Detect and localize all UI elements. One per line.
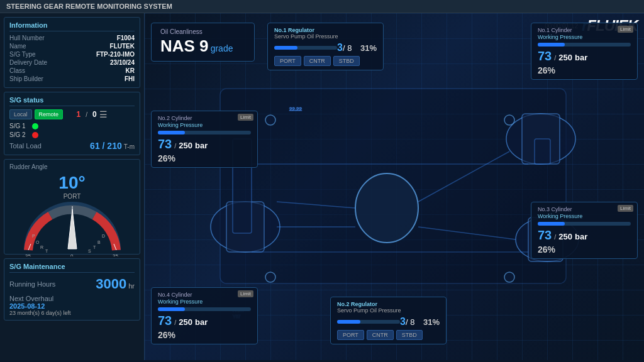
info-title: Information xyxy=(9,21,135,31)
cyl2-title: No.2 Cylinder xyxy=(158,115,251,121)
reg1-port-btn[interactable]: PORT xyxy=(274,56,301,66)
top-bar: STEERING GEAR REMOTE MONITORING SYSTEM xyxy=(0,0,644,13)
rudder-title: Rudder Angle xyxy=(9,163,135,170)
svg-marker-3 xyxy=(68,209,77,249)
svg-text:D: D xyxy=(102,234,105,238)
cyl2-progress-fill xyxy=(158,131,185,134)
sg2-row: S/G 2 xyxy=(9,131,135,138)
svg-point-32 xyxy=(265,115,275,125)
cyl1-progress-bar xyxy=(538,43,631,47)
oil-cleanliness-card: Oil Cleanliness NAS 9 grade xyxy=(151,23,255,62)
sg-mode-row: Local Remote 1 / 0 ☰ xyxy=(9,109,135,119)
hull-label: Hull Number xyxy=(9,35,45,41)
oil-cleanliness-title: Oil Cleanliness xyxy=(160,28,245,35)
app-title: STEERING GEAR REMOTE MONITORING SYSTEM xyxy=(6,3,172,10)
sg2-status-dot xyxy=(32,132,38,138)
mode-remote-btn[interactable]: Remote xyxy=(35,109,64,119)
regulator1-card: No.1 Regulator Servo Pump Oil Pressure 3… xyxy=(267,23,384,70)
svg-point-35 xyxy=(504,272,514,282)
reg2-port-btn[interactable]: PORT xyxy=(337,330,364,340)
cyl2-limit-badge: Limit xyxy=(238,114,253,121)
reg2-progress-bar xyxy=(337,320,400,324)
name-label: Name xyxy=(9,43,26,50)
cyl1-progress-fill xyxy=(538,43,565,47)
cyl4-progress-bar xyxy=(158,307,251,311)
count-inactive: 0 xyxy=(92,110,97,119)
delivery-label: Delivery Date xyxy=(9,59,47,66)
sg2-label: S/G 2 xyxy=(9,131,28,138)
cyl4-limit-badge: Limit xyxy=(238,290,253,297)
reg1-value-row: 3 / 8 31% xyxy=(274,42,377,53)
class-label: Class xyxy=(9,67,25,74)
info-shipbuilder: Ship Builder FHI xyxy=(9,75,135,82)
regulator2-card: No.2 Regulator Servo Pump Oil Pressure 3… xyxy=(330,297,447,344)
reg1-percent: 31% xyxy=(360,43,377,53)
mode-local-btn[interactable]: Local xyxy=(9,109,32,119)
cyl2-unit: bar xyxy=(195,141,208,150)
reg2-percent: 31% xyxy=(423,317,440,327)
blueprint-background: 22.22 PATH Y67 00:00:01:12 rFLUIEK Oil C… xyxy=(145,13,644,360)
sgtype-value: FTP-210-IMO xyxy=(96,51,135,58)
cyl2-percent: 26% xyxy=(158,153,251,163)
reg2-buttons: PORT CNTR STBD xyxy=(337,330,440,340)
cyl4-value-row: 73 / 250 bar xyxy=(158,314,251,328)
cyl3-progress-fill xyxy=(538,222,565,226)
cyl1-subtitle: Working Pressure xyxy=(538,34,631,40)
main-layout: Information Hull Number F1004 Name FLUTE… xyxy=(0,13,644,360)
svg-text:0: 0 xyxy=(70,253,74,256)
total-load-value: 61 / 210 xyxy=(90,141,122,151)
running-value: 3000 xyxy=(96,276,126,292)
reg1-cntr-btn[interactable]: CNTR xyxy=(304,56,331,66)
right-panel: 22.22 PATH Y67 00:00:01:12 rFLUIEK Oil C… xyxy=(145,13,644,360)
reg2-subtitle: Servo Pump Oil Pressure xyxy=(337,307,440,314)
cyl3-total: 250 xyxy=(558,232,572,241)
cylinder4-card: Limit No.4 Cylinder Working Pressure 73 … xyxy=(151,287,258,344)
reg2-value-row: 3 / 8 31% xyxy=(337,316,440,327)
oil-cleanliness-value: NAS 9 xyxy=(160,36,209,55)
count-sep: / xyxy=(86,111,87,118)
cylinder1-card: Limit No.1 Cylinder Working Pressure 73 … xyxy=(531,23,638,80)
reg2-stbd-btn[interactable]: STBD xyxy=(396,330,423,340)
svg-point-33 xyxy=(504,115,514,125)
info-delivery: Delivery Date 23/10/24 xyxy=(9,59,135,66)
reg1-total: / 8 xyxy=(343,43,352,53)
cyl2-value-row: 73 / 250 bar xyxy=(158,137,251,151)
sg1-row: S/G 1 xyxy=(9,123,135,129)
svg-text:35: 35 xyxy=(25,253,31,256)
svg-text:S: S xyxy=(88,249,91,253)
maintenance-running-row: Running Hours 3000 hr xyxy=(9,276,135,292)
cyl1-total: 250 xyxy=(558,53,572,62)
class-value: KR xyxy=(126,67,135,74)
svg-text:B: B xyxy=(97,240,101,244)
cylinder3-card: Limit No.3 Cylinder Working Pressure 73 … xyxy=(531,202,638,259)
reg1-subtitle: Servo Pump Oil Pressure xyxy=(274,33,377,40)
shipbuilder-label: Ship Builder xyxy=(9,75,43,82)
cyl1-percent: 26% xyxy=(538,65,631,75)
cyl4-percent: 26% xyxy=(158,330,251,340)
cyl1-title: No.1 Cylinder xyxy=(538,27,631,33)
info-box: Information Hull Number F1004 Name FLUTE… xyxy=(4,17,140,88)
cyl1-value-row: 73 / 250 bar xyxy=(538,49,631,63)
svg-point-23 xyxy=(355,173,418,243)
reg1-stbd-btn[interactable]: STBD xyxy=(333,56,360,66)
cyl4-subtitle: Working Pressure xyxy=(158,299,251,305)
left-panel: Information Hull Number F1004 Name FLUTE… xyxy=(0,13,145,360)
svg-text:R: R xyxy=(40,245,43,250)
rudder-direction: PORT xyxy=(9,193,135,200)
svg-text:22.22: 22.22 xyxy=(289,106,303,112)
reg2-cntr-btn[interactable]: CNTR xyxy=(367,330,394,340)
cyl3-value: 73 xyxy=(538,228,552,243)
cyl4-unit: bar xyxy=(195,317,208,327)
cyl1-unit: bar xyxy=(575,53,587,62)
cyl4-progress-fill xyxy=(158,307,185,311)
sg-status-title: S/G status xyxy=(9,96,135,106)
sg1-status-dot xyxy=(32,123,38,129)
cyl2-progress-bar xyxy=(158,131,251,134)
reg1-progress-fill xyxy=(274,46,297,50)
next-overhaul-date: 2025-08-12 xyxy=(9,302,135,310)
shipbuilder-value: FHI xyxy=(125,75,135,82)
hamburger-icon: ☰ xyxy=(99,109,108,119)
cyl1-limit-badge: Limit xyxy=(618,26,633,33)
svg-rect-29 xyxy=(535,139,550,164)
total-load-label: Total Load xyxy=(9,142,42,150)
